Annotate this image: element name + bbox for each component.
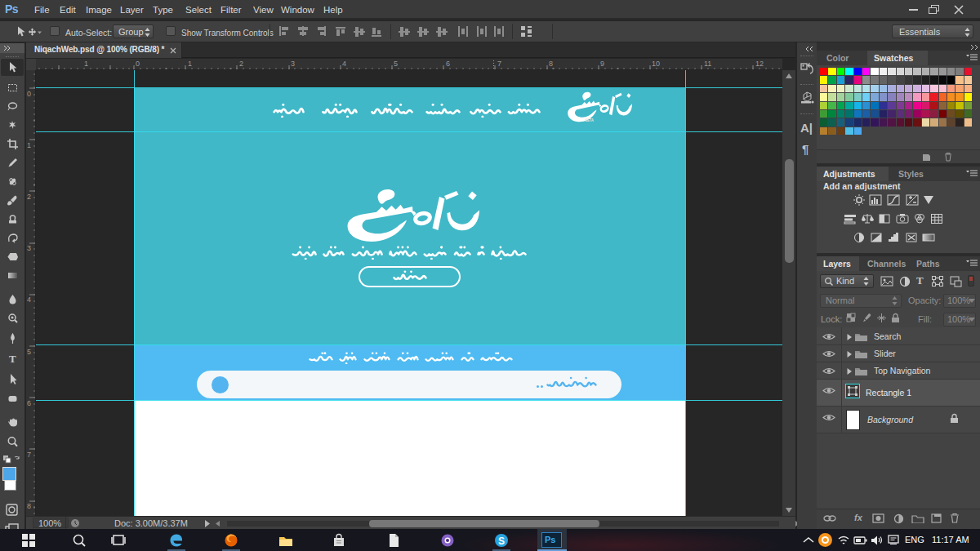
svg-text:T: T (9, 353, 16, 365)
svg-text:S: S (498, 535, 505, 547)
svg-text:BETA: BETA (585, 118, 593, 122)
